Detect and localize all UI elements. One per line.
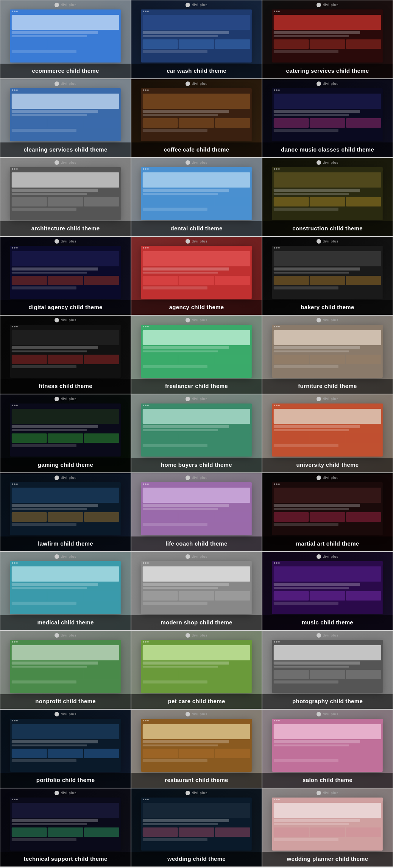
mockup-row3 — [143, 444, 207, 447]
card-lifecoach[interactable]: divi plus — [131, 473, 262, 552]
card-title-carwash: car wash child theme — [131, 64, 262, 78]
mockup-col2 — [310, 197, 345, 206]
card-agency[interactable]: divi plus — [131, 236, 262, 315]
card-restaurant[interactable]: divi plus — [131, 709, 262, 788]
divi-plus-logo-nonprofit: divi plus — [55, 633, 77, 638]
mockup-dot2 — [145, 247, 147, 249]
mockup-row2 — [143, 823, 218, 825]
card-portfolio[interactable]: divi plus — [0, 709, 131, 788]
mockup-row1 — [12, 31, 98, 34]
mockup-screen-weddingplanner — [272, 798, 383, 851]
mockup-screen-petcare — [141, 640, 252, 693]
mockup-dot1 — [274, 247, 275, 249]
mockup-nav-techsupport — [10, 798, 121, 801]
card-medical[interactable]: divi plus — [0, 552, 131, 630]
mockup-nav-dental — [141, 167, 252, 171]
card-photography[interactable]: divi plus — [262, 630, 393, 709]
card-wedding[interactable]: divi plus — [131, 788, 262, 867]
mockup-body-agency — [141, 250, 252, 299]
card-freelancer[interactable]: divi plus — [131, 315, 262, 394]
mockup-dot1 — [12, 247, 13, 249]
card-weddingplanner[interactable]: divi plus — [262, 788, 393, 867]
mockup-row1 — [274, 31, 360, 34]
card-digital[interactable]: divi plus — [0, 236, 131, 315]
card-bg-fitness: divi plus — [0, 316, 131, 394]
mockup-row3 — [143, 602, 207, 605]
mockup-col2 — [310, 433, 345, 443]
card-catering[interactable]: divi plus — [262, 0, 393, 79]
card-modernshop[interactable]: divi plus — [131, 552, 262, 630]
mockup-salon — [272, 719, 383, 772]
card-title-music: music child theme — [262, 615, 393, 630]
mockup-dot1 — [143, 799, 144, 800]
card-header-nonprofit: divi plus — [0, 631, 131, 638]
card-title-catering: catering services child theme — [262, 64, 393, 78]
card-music[interactable]: divi plus — [262, 552, 393, 630]
mockup-col1 — [12, 276, 47, 285]
mockup-row2 — [143, 35, 218, 37]
mockup-col2 — [48, 591, 83, 601]
mockup-screen-architecture — [10, 167, 121, 220]
mockup-hero-music — [274, 566, 381, 582]
mockup-nav-homebuyers — [141, 404, 252, 407]
card-martialart[interactable]: divi plus — [262, 473, 393, 552]
card-cleaning[interactable]: divi plus — [0, 79, 131, 158]
mockup-col1 — [143, 118, 178, 128]
mockup-row2 — [274, 587, 349, 589]
card-architecture[interactable]: divi plus — [0, 158, 131, 236]
card-dance[interactable]: divi plus — [262, 79, 393, 158]
mockup-row1 — [12, 267, 98, 271]
mockup-row2 — [143, 272, 218, 274]
mockup-techsupport — [10, 798, 121, 851]
mockup-col1 — [143, 433, 178, 443]
mockup-dot3 — [278, 641, 280, 643]
mockup-col3 — [84, 39, 119, 49]
mockup-col2 — [310, 512, 345, 522]
card-header-ecommerce: divi plus — [0, 0, 131, 7]
card-bakery[interactable]: divi plus — [262, 236, 393, 315]
mockup-hero-modernshop — [143, 566, 250, 582]
mockup-row2 — [143, 350, 218, 352]
mockup-row3 — [143, 838, 207, 841]
card-gaming[interactable]: divi plus — [0, 394, 131, 473]
mockup-cols — [12, 433, 119, 443]
card-ecommerce[interactable]: divi plus — [0, 0, 131, 79]
mockup-screen-university — [272, 404, 383, 457]
card-furniture[interactable]: divi plus — [262, 315, 393, 394]
mockup-row3 — [12, 602, 76, 605]
card-construction[interactable]: divi plus — [262, 158, 393, 236]
mockup-dot3 — [16, 326, 18, 327]
card-carwash[interactable]: divi plus — [131, 0, 262, 79]
mockup-dot1 — [274, 89, 275, 91]
card-coffee[interactable]: divi plus — [131, 79, 262, 158]
card-header-digital: divi plus — [0, 237, 131, 244]
card-university[interactable]: divi plus — [262, 394, 393, 473]
card-homebuyers[interactable]: divi plus — [131, 394, 262, 473]
mockup-col1 — [12, 591, 47, 601]
mockup-screen-gaming — [10, 404, 121, 457]
divi-plus-logo-digital: divi plus — [55, 239, 77, 244]
mockup-hero-agency — [143, 251, 250, 266]
mockup-architecture — [10, 167, 121, 220]
card-bg-modernshop: divi plus — [131, 552, 262, 630]
mockup-cols — [143, 749, 250, 758]
card-dental[interactable]: divi plus — [131, 158, 262, 236]
mockup-row3 — [12, 129, 76, 132]
mockup-col2 — [179, 827, 214, 837]
card-nonprofit[interactable]: divi plus — [0, 630, 131, 709]
mockup-dot3 — [16, 562, 18, 564]
card-lawfirm[interactable]: divi plus — [0, 473, 131, 552]
card-bg-agency: divi plus — [131, 237, 262, 315]
card-techsupport[interactable]: divi plus — [0, 788, 131, 867]
mockup-martialart — [272, 482, 383, 535]
card-fitness[interactable]: divi plus — [0, 315, 131, 394]
mockup-row2 — [12, 114, 87, 116]
mockup-cols — [274, 591, 381, 601]
mockup-cols — [12, 670, 119, 679]
mockup-dot3 — [16, 89, 18, 91]
mockup-col1 — [12, 118, 47, 128]
card-salon[interactable]: divi plus — [262, 709, 393, 788]
card-petcare[interactable]: divi plus — [131, 630, 262, 709]
mockup-hero-lawfirm — [12, 488, 119, 503]
mockup-col1 — [143, 197, 178, 206]
